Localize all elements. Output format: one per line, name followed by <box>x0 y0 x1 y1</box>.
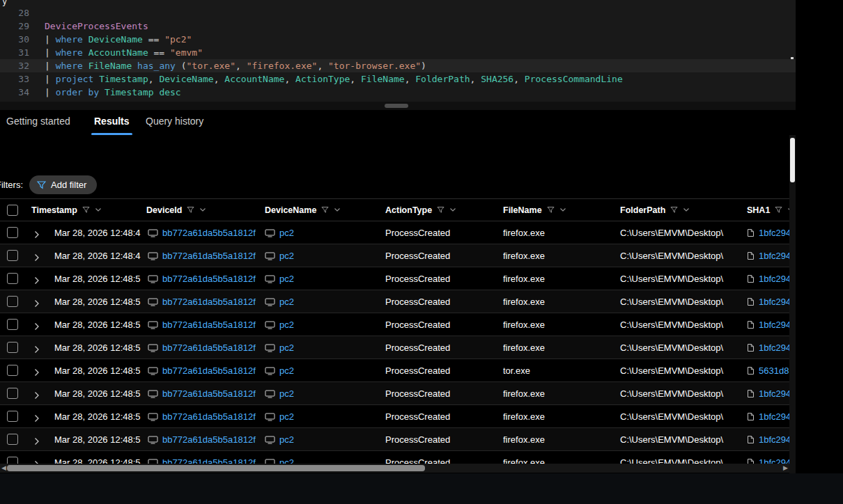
filter-icon[interactable] <box>775 206 782 214</box>
column-header-deviceid[interactable]: DeviceId <box>146 199 206 221</box>
scroll-right-arrow[interactable]: ▶ <box>783 464 788 472</box>
scroll-left-arrow[interactable]: ◀ <box>1 464 6 472</box>
expand-row-button[interactable] <box>34 367 41 375</box>
editor-line[interactable]: 34| order by Timestamp desc <box>0 86 796 99</box>
row-checkbox[interactable] <box>7 365 18 376</box>
cell-link[interactable]: 1bfc294 <box>759 228 789 238</box>
cell-link[interactable]: pc2 <box>279 251 294 261</box>
filter-icon[interactable] <box>82 206 90 214</box>
cell-link[interactable]: 1bfc294 <box>759 457 789 464</box>
table-vertical-scrollbar[interactable] <box>789 135 796 473</box>
expand-row-button[interactable] <box>34 413 41 421</box>
cell-link[interactable]: pc2 <box>279 342 294 353</box>
expand-row-button[interactable] <box>34 298 41 306</box>
column-header-devicename[interactable]: DeviceName <box>265 199 341 221</box>
row-checkbox[interactable] <box>7 273 18 284</box>
expand-row-button[interactable] <box>34 459 41 464</box>
expand-row-button[interactable] <box>34 390 41 398</box>
tab-query-history[interactable]: Query history <box>143 114 206 134</box>
column-header-timestamp[interactable]: Timestamp <box>31 199 102 221</box>
scrollbar-thumb[interactable] <box>7 465 425 471</box>
table-row[interactable]: Mar 28, 2026 12:48:5bb772a61da5b5a1812fp… <box>0 313 789 336</box>
column-header-actiontype[interactable]: ActionType <box>385 199 456 221</box>
row-checkbox[interactable] <box>7 411 18 422</box>
expand-row-button[interactable] <box>34 344 41 352</box>
table-row[interactable]: Mar 28, 2026 12:48:5bb772a61da5b5a1812fp… <box>0 428 789 451</box>
cell-link[interactable]: 1bfc294 <box>759 411 789 422</box>
table-row[interactable]: Mar 28, 2026 12:48:5bb772a61da5b5a1812fp… <box>0 359 789 382</box>
editor-line[interactable]: 32| where FileName has_any ("tor.exe", "… <box>0 59 796 72</box>
cell-link[interactable]: bb772a61da5b5a1812f <box>162 411 256 422</box>
scrollbar-thumb[interactable] <box>385 104 408 108</box>
cell-link[interactable]: pc2 <box>279 365 294 376</box>
chevron-down-icon[interactable] <box>449 207 456 212</box>
row-checkbox[interactable] <box>7 388 18 399</box>
column-header-filename[interactable]: FileName <box>503 199 566 221</box>
editor-line[interactable]: 28 <box>0 6 796 19</box>
tab-results[interactable]: Results <box>91 114 132 134</box>
cell-link[interactable]: bb772a61da5b5a1812f <box>162 388 256 399</box>
column-header-sha1[interactable]: SHA1 <box>747 199 789 221</box>
editor-line[interactable]: 30| where DeviceName == "pc2" <box>0 33 796 46</box>
cell-link[interactable]: pc2 <box>279 228 294 238</box>
table-row[interactable]: Mar 28, 2026 12:48:5bb772a61da5b5a1812fp… <box>0 382 789 405</box>
cell-link[interactable]: bb772a61da5b5a1812f <box>162 365 256 376</box>
cell-link[interactable]: pc2 <box>279 320 294 330</box>
cell-link[interactable]: bb772a61da5b5a1812f <box>162 274 256 284</box>
query-editor[interactable]: y 2829DeviceProcessEvents30| where Devic… <box>0 0 796 102</box>
cell-link[interactable]: bb772a61da5b5a1812f <box>162 457 256 464</box>
table-horizontal-scrollbar[interactable]: ◀ ▶ <box>0 464 789 473</box>
table-row[interactable]: Mar 28, 2026 12:48:5bb772a61da5b5a1812fp… <box>0 267 789 290</box>
row-checkbox[interactable] <box>7 227 18 238</box>
column-header-folderpath[interactable]: FolderPath <box>620 199 690 221</box>
editor-line[interactable]: 31| where AccountName == "emvm" <box>0 46 796 59</box>
row-checkbox[interactable] <box>7 296 18 307</box>
row-checkbox[interactable] <box>7 434 18 445</box>
table-row[interactable]: Mar 28, 2026 12:48:5bb772a61da5b5a1812fp… <box>0 451 789 464</box>
cell-link[interactable]: bb772a61da5b5a1812f <box>162 320 256 330</box>
scrollbar-thumb[interactable] <box>790 138 795 182</box>
editor-line[interactable]: 33| project Timestamp, DeviceName, Accou… <box>0 72 796 86</box>
table-row[interactable]: Mar 28, 2026 12:48:4bb772a61da5b5a1812fp… <box>0 221 789 244</box>
cell-link[interactable]: bb772a61da5b5a1812f <box>162 297 256 307</box>
select-all-checkbox[interactable] <box>7 205 18 216</box>
cell-link[interactable]: bb772a61da5b5a1812f <box>162 342 256 353</box>
filter-icon[interactable] <box>670 206 678 214</box>
expand-row-button[interactable] <box>34 275 41 283</box>
cell-link[interactable]: pc2 <box>279 411 294 422</box>
chevron-down-icon[interactable] <box>683 207 690 212</box>
table-row[interactable]: Mar 28, 2026 12:48:5bb772a61da5b5a1812fp… <box>0 290 789 313</box>
cell-link[interactable]: pc2 <box>279 388 294 399</box>
chevron-down-icon[interactable] <box>95 207 102 212</box>
cell-link[interactable]: 1bfc294 <box>759 434 789 445</box>
expand-row-button[interactable] <box>34 252 41 260</box>
filter-icon[interactable] <box>321 206 329 214</box>
expand-row-button[interactable] <box>34 436 41 444</box>
cell-link[interactable]: 1bfc294 <box>759 320 789 330</box>
filter-icon[interactable] <box>547 206 555 214</box>
tab-getting-started[interactable]: Getting started <box>3 114 73 134</box>
table-row[interactable]: Mar 28, 2026 12:48:5bb772a61da5b5a1812fp… <box>0 405 789 428</box>
table-row[interactable]: Mar 28, 2026 12:48:4bb772a61da5b5a1812fp… <box>0 244 789 267</box>
cell-link[interactable]: bb772a61da5b5a1812f <box>162 251 256 261</box>
cell-link[interactable]: 1bfc294 <box>759 274 789 284</box>
cell-link[interactable]: 1bfc294 <box>759 342 789 353</box>
row-checkbox[interactable] <box>7 457 18 464</box>
filter-icon[interactable] <box>437 206 444 214</box>
cell-link[interactable]: 1bfc294 <box>759 388 789 399</box>
filter-icon[interactable] <box>187 206 194 214</box>
cell-link[interactable]: 1bfc294 <box>759 297 789 307</box>
editor-horizontal-scrollbar[interactable] <box>0 102 796 110</box>
cell-link[interactable]: 5631d8 <box>759 365 789 376</box>
row-checkbox[interactable] <box>7 319 18 330</box>
expand-row-button[interactable] <box>34 229 41 237</box>
cell-link[interactable]: bb772a61da5b5a1812f <box>162 434 256 445</box>
expand-row-button[interactable] <box>34 321 41 329</box>
chevron-down-icon[interactable] <box>559 207 566 212</box>
cell-link[interactable]: pc2 <box>279 434 294 445</box>
row-checkbox[interactable] <box>7 250 18 261</box>
chevron-down-icon[interactable] <box>334 207 341 212</box>
editor-line[interactable]: 29DeviceProcessEvents <box>0 19 796 33</box>
cell-link[interactable]: 1bfc294 <box>759 251 789 261</box>
row-checkbox[interactable] <box>7 342 18 353</box>
